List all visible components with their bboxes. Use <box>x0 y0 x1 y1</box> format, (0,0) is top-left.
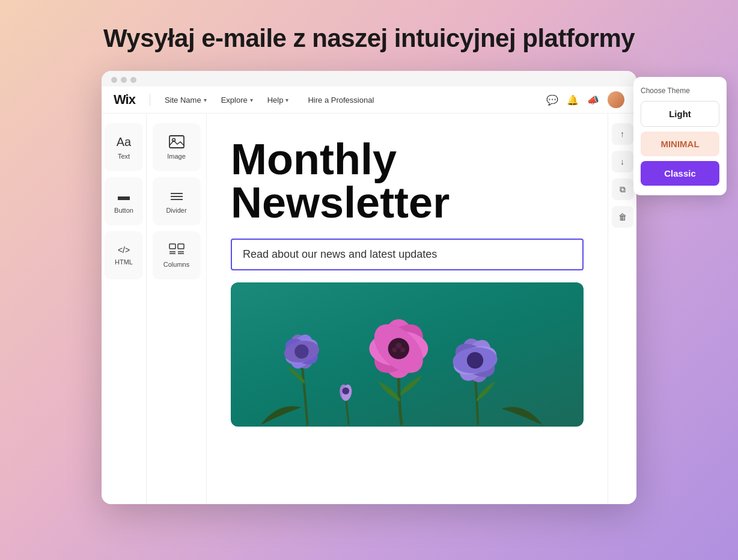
delete-button[interactable]: 🗑 <box>612 206 633 228</box>
flower-image-box <box>231 282 584 427</box>
nav-help[interactable]: Help ▾ <box>267 96 289 105</box>
divider-label: Divider <box>166 207 186 214</box>
panel-item-columns[interactable]: Columns <box>153 231 201 279</box>
canvas-area: Monthly Newsletter Read about our news a… <box>207 114 608 504</box>
svg-point-25 <box>392 347 397 352</box>
main-container: Choose Theme Light MINIMAL Classic Wix S… <box>102 71 636 504</box>
help-chevron-icon: ▾ <box>285 97 288 103</box>
dot-3 <box>130 77 136 83</box>
svg-rect-0 <box>169 136 184 148</box>
nav-separator-1 <box>150 94 150 106</box>
text-icon: Aa <box>117 135 131 149</box>
html-icon: </> <box>118 245 130 255</box>
nav-bar: Wix Site Name ▾ Explore ▾ Help ▾ Hire a … <box>102 87 636 114</box>
svg-point-34 <box>342 388 349 395</box>
newsletter-title-line1: Monthly <box>231 135 397 183</box>
dot-1 <box>111 77 117 83</box>
svg-point-16 <box>294 344 308 358</box>
panel-item-divider[interactable]: Divider <box>153 177 201 225</box>
move-down-button[interactable]: ↓ <box>612 151 633 172</box>
editor-body: Aa Text ▬ Button </> HTML <box>102 114 636 504</box>
panel-item-html[interactable]: </> HTML <box>105 231 143 279</box>
columns-icon <box>168 243 185 257</box>
user-avatar[interactable] <box>608 91 624 108</box>
tagline-text-box[interactable]: Read about our news and latest updates <box>231 239 584 270</box>
page-title: Wysyłaj e-maile z naszej intuicyjnej pla… <box>103 24 635 53</box>
theme-classic-button[interactable]: Classic <box>641 161 719 186</box>
svg-point-22 <box>388 338 409 359</box>
left-panel: Aa Text ▬ Button </> HTML <box>102 114 147 504</box>
window-chrome <box>102 71 636 87</box>
comment-icon[interactable]: 💬 <box>546 94 558 106</box>
html-label: HTML <box>115 258 133 266</box>
tagline-text: Read about our news and latest updates <box>243 248 437 260</box>
editor-window: Wix Site Name ▾ Explore ▾ Help ▾ Hire a … <box>102 71 636 504</box>
nav-site-name[interactable]: Site Name ▾ <box>165 96 207 105</box>
dot-2 <box>121 77 127 83</box>
duplicate-button[interactable]: ⧉ <box>612 178 633 200</box>
newsletter-title-line2: Newsletter <box>231 178 450 227</box>
nav-explore[interactable]: Explore ▾ <box>221 96 253 105</box>
svg-point-23 <box>395 342 401 348</box>
svg-rect-5 <box>169 244 175 249</box>
button-label: Button <box>114 207 133 214</box>
nav-explore-label: Explore <box>221 96 248 105</box>
second-panel: Image Divider <box>147 114 207 504</box>
nav-icons: 💬 🔔 📣 <box>546 91 624 108</box>
svg-point-24 <box>400 347 405 352</box>
image-label: Image <box>167 153 186 160</box>
text-label: Text <box>118 153 130 160</box>
nav-site-name-label: Site Name <box>165 96 201 105</box>
explore-chevron-icon: ▾ <box>250 97 253 103</box>
bell-icon[interactable]: 🔔 <box>567 94 579 106</box>
panel-item-image[interactable]: Image <box>153 123 201 171</box>
wix-logo: Wix <box>114 92 135 108</box>
divider-icon <box>168 189 185 203</box>
svg-point-31 <box>466 352 483 368</box>
nav-hire-label[interactable]: Hire a Professional <box>308 96 374 105</box>
newsletter-title: Monthly Newsletter <box>231 138 584 224</box>
image-icon <box>168 135 185 149</box>
columns-label: Columns <box>163 261 189 268</box>
svg-rect-6 <box>178 244 184 249</box>
theme-chooser-popup: Choose Theme Light MINIMAL Classic <box>633 77 727 195</box>
theme-minimal-button[interactable]: MINIMAL <box>641 132 719 156</box>
site-name-chevron-icon: ▾ <box>204 97 207 103</box>
panel-item-button[interactable]: ▬ Button <box>105 177 143 225</box>
button-icon: ▬ <box>118 189 130 203</box>
panel-item-text[interactable]: Aa Text <box>105 123 143 171</box>
nav-help-label: Help <box>267 96 284 105</box>
move-up-button[interactable]: ↑ <box>612 123 633 145</box>
theme-light-button[interactable]: Light <box>641 101 719 127</box>
flower-scene-svg <box>231 282 584 427</box>
right-toolbar: ↑ ↓ ⧉ 🗑 <box>608 114 636 504</box>
theme-chooser-label: Choose Theme <box>641 87 719 95</box>
megaphone-icon[interactable]: 📣 <box>587 94 599 106</box>
